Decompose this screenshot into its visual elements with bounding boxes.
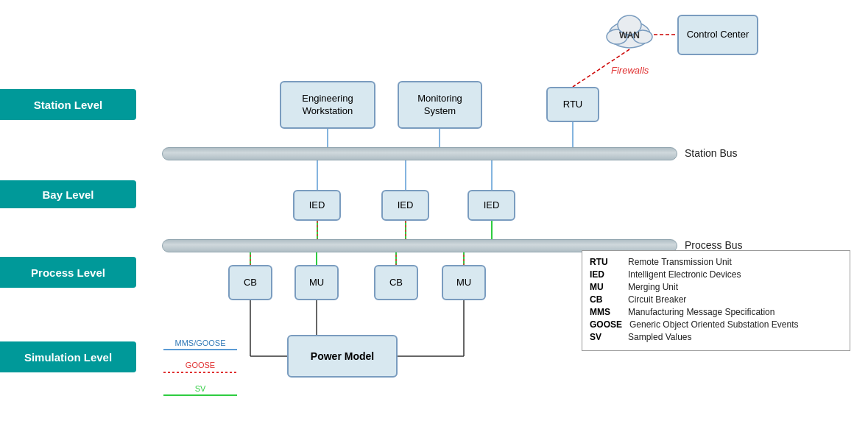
monitoring-box: MonitoringSystem	[398, 81, 482, 129]
legend-abbr-goose: GOOSE	[590, 319, 622, 330]
legend-lines: MMS/GOOSE GOOSE SV	[163, 339, 237, 396]
legend-abbr-sv: SV	[590, 332, 621, 342]
legend-abbr-ied: IED	[590, 269, 621, 280]
station-bus-bar	[162, 147, 677, 160]
ied2-box: IED	[381, 190, 429, 221]
legend-abbr-mu: MU	[590, 282, 621, 292]
legend-row-sv: SV Sampled Values	[590, 332, 839, 342]
legend-abbr-cb: CB	[590, 294, 621, 305]
legend-box: RTU Remote Transmission Unit IED Intelli…	[582, 250, 850, 351]
legend-row-mu: MU Merging Unit	[590, 282, 839, 292]
sv-line-row: SV	[163, 384, 237, 396]
ied1-box: IED	[293, 190, 341, 221]
wan-cloud: WAN	[602, 9, 657, 53]
legend-abbr-rtu: RTU	[590, 257, 621, 267]
simulation-level-label: Simulation Level	[0, 341, 136, 372]
process-level-label: Process Level	[0, 257, 136, 288]
mms-goose-label: MMS/GOOSE	[174, 339, 225, 347]
legend-row-cb: CB Circuit Breaker	[590, 294, 839, 305]
legend-row-goose: GOOSE Generic Object Oriented Substation…	[590, 319, 839, 330]
cb1-box: CB	[228, 265, 272, 300]
legend-desc-ied: Intelligent Electronic Devices	[628, 269, 741, 280]
ied3-box: IED	[467, 190, 515, 221]
mms-goose-line-row: MMS/GOOSE	[163, 339, 237, 350]
eng-ws-box: EngineeringWorkstation	[280, 81, 375, 129]
legend-desc-rtu: Remote Transmission Unit	[628, 257, 732, 267]
legend-desc-goose: Generic Object Oriented Substation Event…	[629, 319, 798, 330]
svg-text:WAN: WAN	[619, 30, 640, 40]
legend-row-mms: MMS Manufacturing Message Specification	[590, 307, 839, 317]
legend-desc-mu: Merging Unit	[628, 282, 678, 292]
legend-desc-mms: Manufacturing Message Specification	[628, 307, 775, 317]
goose-line-row: GOOSE	[163, 361, 237, 374]
power-model-box: Power Model	[287, 335, 398, 378]
process-bus-label: Process Bus	[685, 239, 743, 251]
station-bus-label: Station Bus	[685, 147, 738, 159]
control-center-box: Control Center	[677, 15, 758, 55]
mu1-box: MU	[294, 265, 339, 300]
legend-desc-sv: Sampled Values	[628, 332, 692, 342]
legend-row-ied: IED Intelligent Electronic Devices	[590, 269, 839, 280]
sv-label: SV	[195, 384, 206, 393]
firewalls-label: Firewalls	[611, 65, 649, 76]
mu2-box: MU	[442, 265, 486, 300]
bay-level-label: Bay Level	[0, 180, 136, 208]
goose-label: GOOSE	[186, 361, 215, 369]
cb2-box: CB	[374, 265, 418, 300]
legend-row-rtu: RTU Remote Transmission Unit	[590, 257, 839, 267]
station-level-label: Station Level	[0, 89, 136, 120]
rtu-box: RTU	[546, 87, 599, 122]
legend-desc-cb: Circuit Breaker	[628, 294, 686, 305]
legend-abbr-mms: MMS	[590, 307, 621, 317]
